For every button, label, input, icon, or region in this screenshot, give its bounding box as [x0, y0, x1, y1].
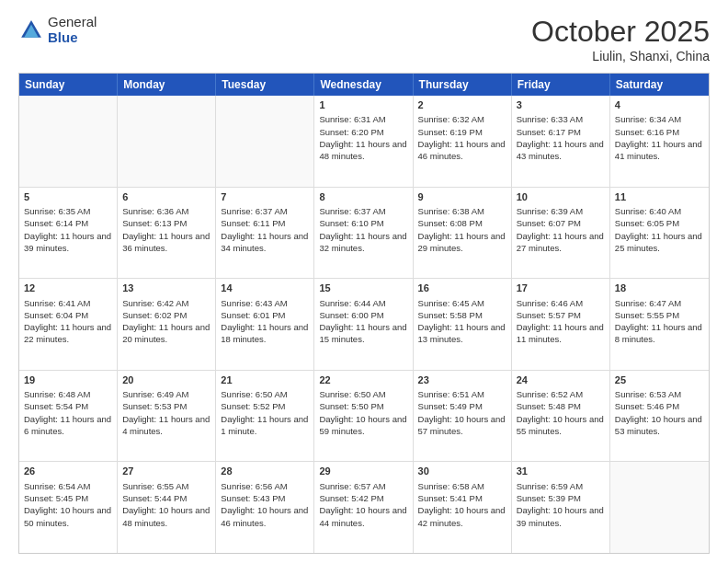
day-number: 22: [319, 373, 407, 387]
day-info: Sunrise: 6:53 AM Sunset: 5:46 PM Dayligh…: [615, 389, 702, 436]
day-info: Sunrise: 6:55 AM Sunset: 5:44 PM Dayligh…: [122, 481, 210, 528]
day-info: Sunrise: 6:46 AM Sunset: 5:57 PM Dayligh…: [517, 298, 604, 345]
day-number: 11: [615, 190, 704, 204]
day-number: 7: [221, 190, 309, 204]
day-info: Sunrise: 6:58 AM Sunset: 5:41 PM Dayligh…: [418, 481, 506, 528]
day-cell-3: 3Sunrise: 6:33 AM Sunset: 6:17 PM Daylig…: [512, 96, 610, 187]
day-number: 21: [221, 373, 309, 387]
location: Liulin, Shanxi, China: [531, 49, 710, 63]
day-info: Sunrise: 6:42 AM Sunset: 6:02 PM Dayligh…: [122, 298, 210, 345]
week-row-4: 19Sunrise: 6:48 AM Sunset: 5:54 PM Dayli…: [19, 370, 709, 462]
day-number: 10: [517, 190, 605, 204]
calendar-header-row: SundayMondayTuesdayWednesdayThursdayFrid…: [19, 74, 709, 96]
empty-cell-4-6: [610, 462, 709, 553]
day-cell-23: 23Sunrise: 6:51 AM Sunset: 5:49 PM Dayli…: [414, 371, 512, 462]
day-cell-6: 6Sunrise: 6:36 AM Sunset: 6:13 PM Daylig…: [118, 188, 216, 279]
day-info: Sunrise: 6:34 AM Sunset: 6:16 PM Dayligh…: [615, 114, 702, 161]
empty-cell-0-1: [118, 96, 216, 187]
logo-icon: [18, 17, 44, 43]
day-info: Sunrise: 6:35 AM Sunset: 6:14 PM Dayligh…: [24, 206, 111, 253]
day-cell-31: 31Sunrise: 6:59 AM Sunset: 5:39 PM Dayli…: [512, 462, 610, 553]
week-row-5: 26Sunrise: 6:54 AM Sunset: 5:45 PM Dayli…: [19, 461, 709, 553]
day-number: 24: [517, 373, 605, 387]
day-number: 31: [517, 465, 605, 478]
day-info: Sunrise: 6:38 AM Sunset: 6:08 PM Dayligh…: [418, 206, 506, 253]
title-area: October 2025 Liulin, Shanxi, China: [531, 15, 710, 63]
day-info: Sunrise: 6:41 AM Sunset: 6:04 PM Dayligh…: [24, 298, 111, 345]
day-cell-13: 13Sunrise: 6:42 AM Sunset: 6:02 PM Dayli…: [118, 279, 216, 370]
day-cell-19: 19Sunrise: 6:48 AM Sunset: 5:54 PM Dayli…: [19, 371, 118, 462]
day-number: 1: [319, 98, 407, 112]
day-number: 2: [418, 98, 506, 112]
day-cell-17: 17Sunrise: 6:46 AM Sunset: 5:57 PM Dayli…: [512, 279, 610, 370]
day-number: 5: [24, 190, 112, 204]
day-number: 30: [418, 465, 506, 478]
day-number: 18: [615, 282, 704, 295]
day-header-monday: Monday: [118, 74, 216, 96]
day-cell-16: 16Sunrise: 6:45 AM Sunset: 5:58 PM Dayli…: [414, 279, 512, 370]
day-cell-2: 2Sunrise: 6:32 AM Sunset: 6:19 PM Daylig…: [414, 96, 512, 187]
day-header-tuesday: Tuesday: [216, 74, 314, 96]
day-number: 26: [24, 465, 112, 478]
day-number: 9: [418, 190, 506, 204]
day-info: Sunrise: 6:37 AM Sunset: 6:11 PM Dayligh…: [221, 206, 308, 253]
day-cell-18: 18Sunrise: 6:47 AM Sunset: 5:55 PM Dayli…: [610, 279, 709, 370]
day-cell-9: 9Sunrise: 6:38 AM Sunset: 6:08 PM Daylig…: [414, 188, 512, 279]
day-info: Sunrise: 6:32 AM Sunset: 6:19 PM Dayligh…: [418, 114, 506, 161]
header: General Blue October 2025 Liulin, Shanxi…: [18, 15, 710, 63]
day-number: 14: [221, 282, 309, 295]
page: General Blue October 2025 Liulin, Shanxi…: [0, 0, 728, 563]
day-cell-21: 21Sunrise: 6:50 AM Sunset: 5:52 PM Dayli…: [216, 371, 314, 462]
day-cell-27: 27Sunrise: 6:55 AM Sunset: 5:44 PM Dayli…: [118, 462, 216, 553]
day-number: 8: [319, 190, 407, 204]
day-number: 23: [418, 373, 506, 387]
day-number: 3: [517, 98, 605, 112]
day-cell-26: 26Sunrise: 6:54 AM Sunset: 5:45 PM Dayli…: [19, 462, 118, 553]
day-number: 16: [418, 282, 506, 295]
logo: General Blue: [18, 15, 97, 45]
day-number: 19: [24, 373, 112, 387]
day-number: 29: [319, 465, 407, 478]
empty-cell-0-0: [19, 96, 118, 187]
day-number: 6: [122, 190, 210, 204]
day-info: Sunrise: 6:40 AM Sunset: 6:05 PM Dayligh…: [615, 206, 702, 253]
week-row-2: 5Sunrise: 6:35 AM Sunset: 6:14 PM Daylig…: [19, 187, 709, 279]
day-number: 28: [221, 465, 309, 478]
logo-blue-text: Blue: [48, 30, 97, 46]
day-cell-11: 11Sunrise: 6:40 AM Sunset: 6:05 PM Dayli…: [610, 188, 709, 279]
day-info: Sunrise: 6:54 AM Sunset: 5:45 PM Dayligh…: [24, 481, 111, 528]
day-info: Sunrise: 6:43 AM Sunset: 6:01 PM Dayligh…: [221, 298, 308, 345]
day-info: Sunrise: 6:44 AM Sunset: 6:00 PM Dayligh…: [319, 298, 406, 345]
logo-text: General Blue: [48, 15, 97, 45]
day-number: 13: [122, 282, 210, 295]
day-number: 17: [517, 282, 605, 295]
day-info: Sunrise: 6:51 AM Sunset: 5:49 PM Dayligh…: [418, 389, 506, 436]
day-info: Sunrise: 6:45 AM Sunset: 5:58 PM Dayligh…: [418, 298, 506, 345]
day-cell-10: 10Sunrise: 6:39 AM Sunset: 6:07 PM Dayli…: [512, 188, 610, 279]
empty-cell-0-2: [216, 96, 314, 187]
day-cell-28: 28Sunrise: 6:56 AM Sunset: 5:43 PM Dayli…: [216, 462, 314, 553]
day-info: Sunrise: 6:50 AM Sunset: 5:52 PM Dayligh…: [221, 389, 308, 436]
day-number: 4: [615, 98, 704, 112]
day-number: 15: [319, 282, 407, 295]
day-info: Sunrise: 6:50 AM Sunset: 5:50 PM Dayligh…: [319, 389, 406, 436]
logo-general-text: General: [48, 15, 97, 30]
day-info: Sunrise: 6:37 AM Sunset: 6:10 PM Dayligh…: [319, 206, 406, 253]
day-number: 25: [615, 373, 704, 387]
day-header-saturday: Saturday: [610, 74, 709, 96]
day-number: 20: [122, 373, 210, 387]
day-info: Sunrise: 6:36 AM Sunset: 6:13 PM Dayligh…: [122, 206, 210, 253]
day-number: 27: [122, 465, 210, 478]
day-info: Sunrise: 6:33 AM Sunset: 6:17 PM Dayligh…: [517, 114, 604, 161]
day-header-sunday: Sunday: [19, 74, 118, 96]
day-cell-12: 12Sunrise: 6:41 AM Sunset: 6:04 PM Dayli…: [19, 279, 118, 370]
calendar-body: 1Sunrise: 6:31 AM Sunset: 6:20 PM Daylig…: [19, 96, 709, 553]
day-info: Sunrise: 6:31 AM Sunset: 6:20 PM Dayligh…: [319, 114, 406, 161]
day-info: Sunrise: 6:47 AM Sunset: 5:55 PM Dayligh…: [615, 298, 702, 345]
day-info: Sunrise: 6:48 AM Sunset: 5:54 PM Dayligh…: [24, 389, 111, 436]
day-cell-4: 4Sunrise: 6:34 AM Sunset: 6:16 PM Daylig…: [610, 96, 709, 187]
day-header-friday: Friday: [512, 74, 610, 96]
day-info: Sunrise: 6:59 AM Sunset: 5:39 PM Dayligh…: [517, 481, 604, 528]
day-header-wednesday: Wednesday: [314, 74, 413, 96]
day-info: Sunrise: 6:56 AM Sunset: 5:43 PM Dayligh…: [221, 481, 308, 528]
